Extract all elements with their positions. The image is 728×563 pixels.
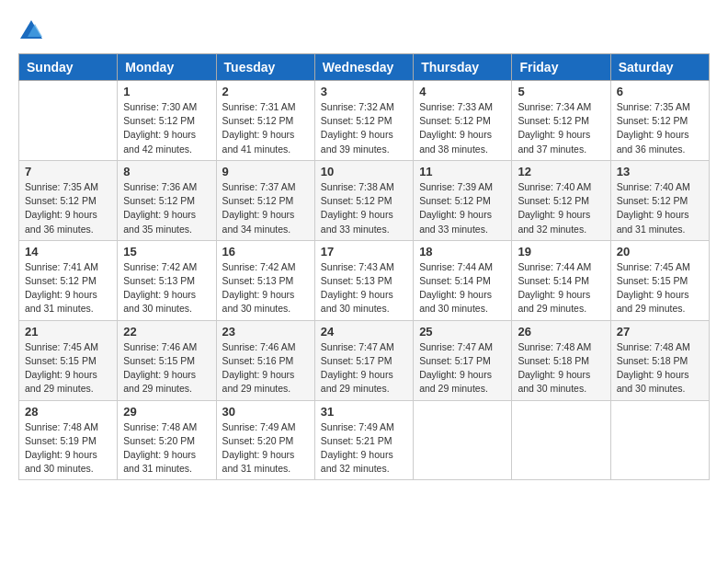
day-number: 19 — [518, 245, 604, 259]
calendar-cell: 24Sunrise: 7:47 AMSunset: 5:17 PMDayligh… — [314, 320, 413, 400]
calendar-cell: 16Sunrise: 7:42 AMSunset: 5:13 PMDayligh… — [216, 240, 314, 320]
day-info: Sunrise: 7:42 AMSunset: 5:13 PMDaylight:… — [222, 260, 309, 316]
calendar-cell: 1Sunrise: 7:30 AMSunset: 5:12 PMDaylight… — [118, 81, 216, 161]
day-number: 26 — [518, 325, 604, 339]
day-info: Sunrise: 7:37 AMSunset: 5:12 PMDaylight:… — [222, 180, 309, 236]
calendar-cell — [610, 400, 709, 480]
day-info: Sunrise: 7:41 AMSunset: 5:12 PMDaylight:… — [25, 260, 111, 316]
day-info: Sunrise: 7:40 AMSunset: 5:12 PMDaylight:… — [518, 180, 604, 236]
calendar-header-row: SundayMondayTuesdayWednesdayThursdayFrid… — [19, 54, 710, 81]
day-info: Sunrise: 7:48 AMSunset: 5:20 PMDaylight:… — [123, 420, 210, 477]
day-info: Sunrise: 7:49 AMSunset: 5:21 PMDaylight:… — [321, 420, 407, 477]
calendar-cell: 29Sunrise: 7:48 AMSunset: 5:20 PMDayligh… — [118, 400, 216, 480]
calendar-cell: 8Sunrise: 7:36 AMSunset: 5:12 PMDaylight… — [118, 160, 216, 240]
day-info: Sunrise: 7:35 AMSunset: 5:12 PMDaylight:… — [25, 180, 111, 236]
calendar-cell: 18Sunrise: 7:44 AMSunset: 5:14 PMDayligh… — [414, 240, 512, 320]
calendar-week-row: 7Sunrise: 7:35 AMSunset: 5:12 PMDaylight… — [19, 160, 710, 240]
day-number: 5 — [518, 85, 604, 98]
calendar-cell: 3Sunrise: 7:32 AMSunset: 5:12 PMDaylight… — [314, 81, 413, 161]
day-info: Sunrise: 7:38 AMSunset: 5:12 PMDaylight:… — [321, 180, 407, 236]
day-number: 29 — [123, 405, 210, 419]
calendar-cell — [19, 81, 118, 161]
day-number: 21 — [25, 325, 111, 339]
calendar-cell: 20Sunrise: 7:45 AMSunset: 5:15 PMDayligh… — [610, 240, 709, 320]
day-info: Sunrise: 7:48 AMSunset: 5:18 PMDaylight:… — [518, 340, 604, 396]
day-info: Sunrise: 7:45 AMSunset: 5:15 PMDaylight:… — [25, 340, 111, 396]
day-info: Sunrise: 7:47 AMSunset: 5:17 PMDaylight:… — [321, 340, 407, 396]
page-header — [18, 18, 710, 44]
calendar-week-row: 28Sunrise: 7:48 AMSunset: 5:19 PMDayligh… — [19, 400, 710, 480]
day-of-week-header: Monday — [118, 54, 216, 81]
calendar-week-row: 21Sunrise: 7:45 AMSunset: 5:15 PMDayligh… — [19, 320, 710, 400]
day-info: Sunrise: 7:43 AMSunset: 5:13 PMDaylight:… — [321, 260, 407, 316]
day-info: Sunrise: 7:47 AMSunset: 5:17 PMDaylight:… — [419, 340, 506, 396]
calendar-cell: 28Sunrise: 7:48 AMSunset: 5:19 PMDayligh… — [19, 400, 118, 480]
day-info: Sunrise: 7:34 AMSunset: 5:12 PMDaylight:… — [518, 100, 604, 156]
day-of-week-header: Thursday — [414, 54, 512, 81]
day-number: 28 — [25, 405, 111, 419]
calendar-cell: 7Sunrise: 7:35 AMSunset: 5:12 PMDaylight… — [19, 160, 118, 240]
day-info: Sunrise: 7:33 AMSunset: 5:12 PMDaylight:… — [419, 100, 506, 156]
day-info: Sunrise: 7:44 AMSunset: 5:14 PMDaylight:… — [518, 260, 604, 316]
calendar-cell: 23Sunrise: 7:46 AMSunset: 5:16 PMDayligh… — [216, 320, 314, 400]
logo — [18, 18, 48, 44]
calendar-cell — [414, 400, 512, 480]
day-of-week-header: Sunday — [19, 54, 118, 81]
day-number: 11 — [419, 165, 506, 178]
calendar-cell — [512, 400, 610, 480]
day-number: 6 — [617, 85, 703, 98]
day-number: 10 — [321, 165, 407, 178]
day-number: 9 — [222, 165, 309, 178]
calendar-week-row: 1Sunrise: 7:30 AMSunset: 5:12 PMDaylight… — [19, 81, 710, 161]
day-number: 18 — [419, 245, 506, 259]
calendar-cell: 5Sunrise: 7:34 AMSunset: 5:12 PMDaylight… — [512, 81, 610, 161]
day-number: 20 — [617, 245, 703, 259]
calendar-table: SundayMondayTuesdayWednesdayThursdayFrid… — [18, 53, 710, 480]
calendar-cell: 25Sunrise: 7:47 AMSunset: 5:17 PMDayligh… — [414, 320, 512, 400]
day-info: Sunrise: 7:48 AMSunset: 5:18 PMDaylight:… — [617, 340, 703, 396]
day-number: 8 — [123, 165, 210, 178]
day-number: 16 — [222, 245, 309, 259]
day-info: Sunrise: 7:48 AMSunset: 5:19 PMDaylight:… — [25, 420, 111, 477]
day-info: Sunrise: 7:31 AMSunset: 5:12 PMDaylight:… — [222, 100, 309, 156]
calendar-cell: 27Sunrise: 7:48 AMSunset: 5:18 PMDayligh… — [610, 320, 709, 400]
day-number: 4 — [419, 85, 506, 98]
day-info: Sunrise: 7:39 AMSunset: 5:12 PMDaylight:… — [419, 180, 506, 236]
day-number: 12 — [518, 165, 604, 178]
day-number: 25 — [419, 325, 506, 339]
calendar-cell: 19Sunrise: 7:44 AMSunset: 5:14 PMDayligh… — [512, 240, 610, 320]
calendar-cell: 31Sunrise: 7:49 AMSunset: 5:21 PMDayligh… — [314, 400, 413, 480]
day-info: Sunrise: 7:32 AMSunset: 5:12 PMDaylight:… — [321, 100, 407, 156]
calendar-cell: 15Sunrise: 7:42 AMSunset: 5:13 PMDayligh… — [118, 240, 216, 320]
day-number: 3 — [321, 85, 407, 98]
calendar-cell: 14Sunrise: 7:41 AMSunset: 5:12 PMDayligh… — [19, 240, 118, 320]
day-of-week-header: Tuesday — [216, 54, 314, 81]
day-number: 1 — [123, 85, 210, 98]
calendar-cell: 12Sunrise: 7:40 AMSunset: 5:12 PMDayligh… — [512, 160, 610, 240]
day-number: 15 — [123, 245, 210, 259]
day-of-week-header: Friday — [512, 54, 610, 81]
day-info: Sunrise: 7:45 AMSunset: 5:15 PMDaylight:… — [617, 260, 703, 316]
day-info: Sunrise: 7:36 AMSunset: 5:12 PMDaylight:… — [123, 180, 210, 236]
calendar-cell: 4Sunrise: 7:33 AMSunset: 5:12 PMDaylight… — [414, 81, 512, 161]
day-of-week-header: Saturday — [610, 54, 709, 81]
day-info: Sunrise: 7:46 AMSunset: 5:15 PMDaylight:… — [123, 340, 210, 396]
calendar-cell: 22Sunrise: 7:46 AMSunset: 5:15 PMDayligh… — [118, 320, 216, 400]
day-number: 24 — [321, 325, 407, 339]
calendar-cell: 11Sunrise: 7:39 AMSunset: 5:12 PMDayligh… — [414, 160, 512, 240]
day-info: Sunrise: 7:46 AMSunset: 5:16 PMDaylight:… — [222, 340, 309, 396]
day-number: 23 — [222, 325, 309, 339]
calendar-cell: 17Sunrise: 7:43 AMSunset: 5:13 PMDayligh… — [314, 240, 413, 320]
day-number: 22 — [123, 325, 210, 339]
calendar-cell: 30Sunrise: 7:49 AMSunset: 5:20 PMDayligh… — [216, 400, 314, 480]
day-number: 30 — [222, 405, 309, 419]
day-number: 17 — [321, 245, 407, 259]
day-info: Sunrise: 7:42 AMSunset: 5:13 PMDaylight:… — [123, 260, 210, 316]
day-info: Sunrise: 7:40 AMSunset: 5:12 PMDaylight:… — [617, 180, 703, 236]
logo-icon — [18, 18, 44, 44]
day-info: Sunrise: 7:35 AMSunset: 5:12 PMDaylight:… — [617, 100, 703, 156]
day-info: Sunrise: 7:49 AMSunset: 5:20 PMDaylight:… — [222, 420, 309, 477]
calendar-cell: 2Sunrise: 7:31 AMSunset: 5:12 PMDaylight… — [216, 81, 314, 161]
day-of-week-header: Wednesday — [314, 54, 413, 81]
calendar-cell: 10Sunrise: 7:38 AMSunset: 5:12 PMDayligh… — [314, 160, 413, 240]
